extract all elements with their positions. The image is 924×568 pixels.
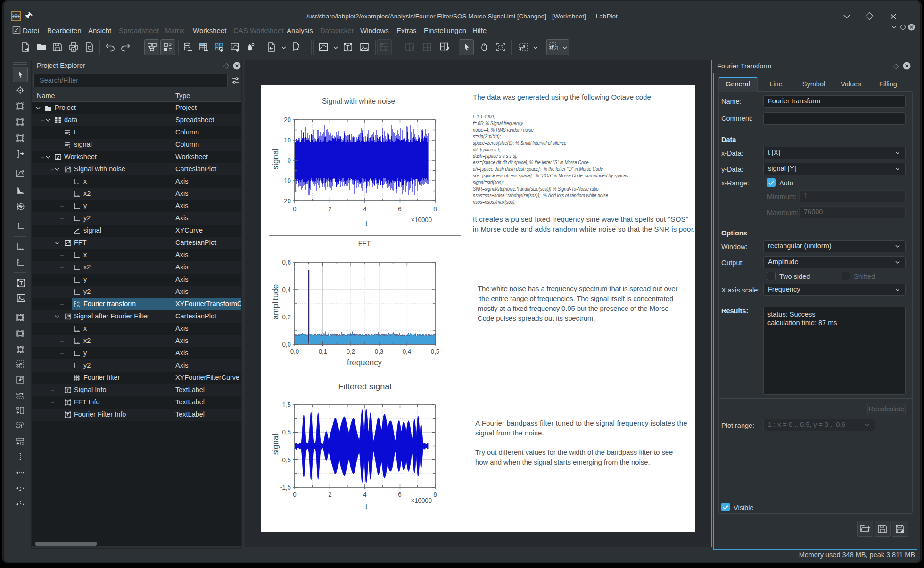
svg-text:0,2: 0,2 [346, 347, 355, 355]
svg-text:1,5: 1,5 [282, 401, 291, 409]
svg-text:Filtered signal: Filtered signal [338, 382, 392, 391]
svg-text:0: 0 [293, 490, 296, 498]
svg-text:1: 1 [556, 44, 559, 51]
svg-text:20: 20 [284, 116, 291, 124]
svg-text:-0,5: -0,5 [280, 456, 291, 464]
svg-text:6: 6 [398, 205, 401, 213]
svg-text:0,3: 0,3 [375, 347, 384, 355]
svg-text:0: 0 [293, 205, 296, 213]
svg-text:0,0: 0,0 [282, 340, 291, 348]
svg-text:amplitude: amplitude [271, 284, 280, 320]
svg-text:signal: signal [271, 434, 280, 455]
svg-text:4: 4 [363, 205, 366, 213]
svg-text:2: 2 [328, 205, 331, 213]
svg-text:0,2: 0,2 [282, 313, 291, 321]
svg-text:8: 8 [433, 490, 437, 498]
svg-text:t: t [365, 502, 368, 511]
svg-text:0: 0 [288, 156, 291, 164]
svg-text:×10000: ×10000 [411, 496, 432, 504]
svg-text:6: 6 [398, 490, 401, 498]
svg-text:0,4: 0,4 [282, 285, 291, 293]
svg-text:t: t [365, 219, 368, 228]
svg-text:8: 8 [433, 205, 437, 213]
svg-text:2: 2 [328, 490, 331, 498]
svg-text:signal: signal [271, 149, 280, 169]
svg-text:0,1: 0,1 [319, 347, 328, 355]
svg-text:0,4: 0,4 [403, 347, 412, 355]
svg-text:0,5: 0,5 [431, 347, 440, 355]
svg-text:-1,5: -1,5 [280, 483, 291, 491]
svg-text:0,6: 0,6 [282, 258, 291, 266]
svg-text:FFT: FFT [358, 239, 371, 248]
svg-text:-20: -20 [282, 197, 291, 205]
svg-text:0,5: 0,5 [282, 428, 291, 436]
svg-text:Signal with white noise: Signal with white noise [322, 97, 395, 106]
svg-text:0,0: 0,0 [290, 347, 299, 355]
svg-text:-10: -10 [282, 176, 291, 184]
svg-text:×10000: ×10000 [411, 216, 432, 224]
svg-text:10: 10 [284, 136, 291, 144]
svg-text:4: 4 [363, 490, 366, 498]
svg-text:frequency: frequency [347, 358, 382, 367]
